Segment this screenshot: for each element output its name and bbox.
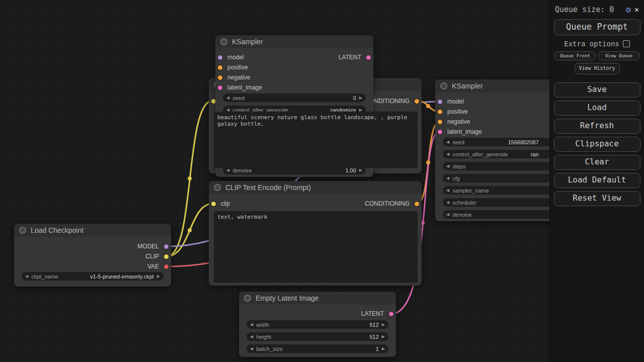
view-history-button[interactable]: View History	[575, 63, 620, 74]
widget-label: ckpt_name	[31, 274, 58, 280]
node-title-bar[interactable]: KSampler	[215, 35, 373, 48]
node-title-bar[interactable]: Load Checkpoint	[14, 224, 171, 237]
conditioning-port-icon[interactable]	[414, 99, 420, 104]
width-widget[interactable]: ◀ width 512 ▶	[247, 320, 388, 329]
widget-value: 1.00	[345, 167, 356, 173]
conditioning-port-icon[interactable]	[217, 75, 223, 80]
vae-port-icon[interactable]	[164, 264, 169, 269]
arrow-left-icon[interactable]: ◀	[446, 150, 449, 158]
widget-label: height	[256, 334, 271, 340]
collapse-dot-icon[interactable]	[440, 82, 447, 89]
settings-gear-icon[interactable]: ⚙	[626, 5, 631, 15]
conditioning-port-icon[interactable]	[217, 65, 223, 70]
arrow-left-icon[interactable]: ◀	[446, 162, 449, 170]
positive-input-port[interactable]: positive	[437, 109, 468, 115]
latent-output-port[interactable]: LATENT	[339, 54, 371, 60]
widget-label: scheduler	[452, 200, 476, 206]
close-icon[interactable]: ✕	[634, 5, 639, 14]
collapse-dot-icon[interactable]	[220, 38, 227, 45]
save-button[interactable]: Save	[554, 82, 640, 98]
reset-view-button[interactable]: Reset View	[554, 191, 640, 206]
latent-port-icon[interactable]	[217, 85, 223, 90]
conditioning-port-icon[interactable]	[414, 201, 420, 207]
vae-output-port[interactable]: VAE	[147, 263, 169, 269]
widget-value: 1566802087	[508, 139, 539, 145]
model-output-port[interactable]: MODEL	[137, 243, 169, 249]
clip-port-icon[interactable]	[211, 201, 216, 207]
widget-label: width	[256, 322, 269, 328]
seed-widget[interactable]: ◀ seed 0 ▶	[223, 94, 366, 102]
output-label: MODEL	[137, 243, 159, 249]
conditioning-port-icon[interactable]	[437, 109, 443, 115]
load-checkpoint-node[interactable]: Load Checkpoint MODEL CLIP VAE ◀ ckpt_na…	[14, 224, 171, 287]
model-port-icon[interactable]	[217, 55, 223, 60]
load-button[interactable]: Load	[554, 101, 640, 116]
arrow-left-icon[interactable]: ◀	[446, 186, 449, 195]
widget-label: sampler_name	[452, 188, 489, 194]
arrow-left-icon[interactable]: ◀	[226, 94, 229, 102]
arrow-left-icon[interactable]: ◀	[446, 174, 449, 183]
latent-port-icon[interactable]	[388, 311, 394, 317]
arrow-left-icon[interactable]: ◀	[250, 320, 253, 329]
load-default-button[interactable]: Load Default	[554, 173, 640, 188]
negative-input-port[interactable]: negative	[437, 119, 470, 125]
queue-size-label: Queue size: 0	[555, 5, 622, 14]
height-widget[interactable]: ◀ height 512 ▶	[247, 332, 388, 341]
node-title-bar[interactable]: CLIP Text Encode (Prompt)	[209, 181, 422, 194]
negative-input-port[interactable]: negative	[217, 74, 250, 80]
collapse-dot-icon[interactable]	[244, 295, 251, 302]
output-label: CLIP	[145, 253, 159, 259]
model-input-port[interactable]: model	[437, 99, 464, 105]
positive-prompt-textarea[interactable]: beautiful scenery nature glass bottle la…	[214, 112, 418, 168]
arrow-right-icon[interactable]: ▶	[382, 320, 385, 329]
model-port-icon[interactable]	[437, 99, 443, 105]
ckpt-name-widget[interactable]: ◀ ckpt_name v1-5-pruned-emaonly.ckpt ▶	[22, 272, 164, 281]
conditioning-output-port[interactable]: CONDITIONING	[365, 201, 420, 207]
widget-value: 1	[376, 346, 379, 352]
refresh-button[interactable]: Refresh	[554, 119, 640, 134]
arrow-left-icon[interactable]: ◀	[446, 138, 449, 146]
widget-label: control_after_generate	[452, 151, 508, 157]
extra-options-checkbox[interactable]	[623, 40, 630, 47]
port-label: positive	[447, 109, 468, 115]
port-label: model	[447, 99, 464, 105]
negative-prompt-textarea[interactable]: text, watermark	[214, 211, 418, 283]
latent-image-input-port[interactable]: latent_image	[437, 129, 482, 135]
arrow-left-icon[interactable]: ◀	[446, 210, 449, 219]
node-title: Load Checkpoint	[31, 226, 84, 234]
queue-front-button[interactable]: Queue Front	[554, 51, 596, 60]
model-port-icon[interactable]	[164, 244, 169, 249]
node-graph-canvas[interactable]: CONDITIONING beautiful scenery nature gl…	[0, 0, 644, 362]
positive-input-port[interactable]: positive	[217, 64, 248, 70]
collapse-dot-icon[interactable]	[214, 184, 221, 191]
clip-output-port[interactable]: CLIP	[145, 253, 169, 259]
batch-size-widget[interactable]: ◀ batch_size 1 ▶	[247, 344, 388, 353]
output-label: LATENT	[361, 311, 384, 317]
node-title: KSampler	[452, 82, 482, 90]
arrow-right-icon[interactable]: ▶	[157, 272, 160, 281]
clear-button[interactable]: Clear	[554, 155, 640, 170]
arrow-right-icon[interactable]: ▶	[359, 94, 362, 102]
clip-input-port[interactable]: clip	[211, 201, 230, 207]
latent-port-icon[interactable]	[366, 55, 371, 60]
clip-port-icon[interactable]	[164, 254, 169, 259]
arrow-left-icon[interactable]: ◀	[250, 332, 253, 341]
arrow-left-icon[interactable]: ◀	[250, 344, 253, 353]
arrow-right-icon[interactable]: ▶	[382, 332, 385, 341]
arrow-left-icon[interactable]: ◀	[446, 198, 449, 207]
collapse-dot-icon[interactable]	[19, 227, 26, 234]
node-title-bar[interactable]: Empty Latent Image	[239, 292, 396, 305]
view-queue-button[interactable]: View Queue	[598, 51, 639, 60]
queue-prompt-button[interactable]: Queue Prompt	[554, 19, 640, 35]
arrow-left-icon[interactable]: ◀	[25, 272, 28, 281]
latent-output-port[interactable]: LATENT	[361, 311, 394, 317]
empty-latent-image-node[interactable]: Empty Latent Image LATENT ◀ width 512 ▶ …	[239, 292, 396, 357]
clipspace-button[interactable]: Clipspace	[554, 137, 640, 152]
latent-port-icon[interactable]	[437, 129, 443, 135]
arrow-right-icon[interactable]: ▶	[382, 344, 385, 353]
model-input-port[interactable]: model	[217, 54, 244, 60]
node-title: KSampler	[232, 38, 263, 46]
conditioning-port-icon[interactable]	[437, 119, 443, 125]
latent-image-input-port[interactable]: latent_image	[217, 84, 262, 90]
widget-label: seed	[232, 95, 245, 101]
